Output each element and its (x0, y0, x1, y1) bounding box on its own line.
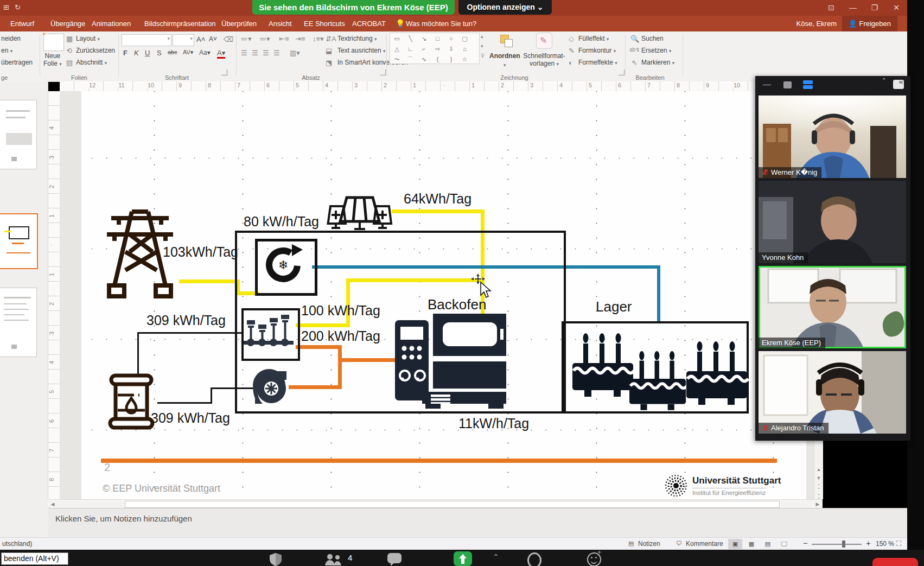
arrange-button[interactable]: Anordnen (489, 52, 520, 60)
horizontal-scrollbar[interactable]: ◀ ▶ (48, 499, 823, 508)
video-tile-ekrem[interactable]: Ekrem Köse (EEP) (759, 266, 906, 348)
blower-icon[interactable] (253, 369, 286, 404)
bold-button[interactable]: F (123, 49, 128, 57)
footer-accent-line[interactable] (101, 459, 777, 463)
scroll-right-icon[interactable]: ▶ (814, 500, 821, 508)
italic-button[interactable]: K (134, 49, 139, 57)
oven-icon[interactable] (395, 314, 506, 409)
panel-gallery-view-icon[interactable] (803, 80, 813, 89)
text-shadow-button[interactable]: S (157, 49, 162, 57)
restore-button[interactable]: ❐ (864, 0, 885, 16)
bullets-icon[interactable]: ≔▾ (241, 35, 252, 43)
slide[interactable]: 103kWh/Tag 80 kW/h/Tag 64kWh/Tag 100 kWh… (81, 91, 806, 499)
shape-triangle-icon[interactable]: △ (390, 44, 404, 54)
slide-sorter-view-button[interactable]: ▦ (744, 539, 759, 549)
notes-placeholder[interactable]: Klicken Sie, um Notizen hinzuzufügen (55, 514, 907, 523)
text-direction-button[interactable]: Textrichtung ▾ (337, 35, 377, 42)
shape-arc-icon[interactable]: ⌒ (404, 55, 417, 64)
shape-elbow-arrow-icon[interactable]: ⌐ (417, 44, 431, 54)
shape-pentagon-icon[interactable]: ⌂ (458, 44, 471, 54)
shape-brace-right-icon[interactable]: } (444, 55, 458, 64)
slide-thumbnail-3[interactable] (0, 288, 37, 357)
tab-ee-shortcuts[interactable]: EE Shortcuts (304, 16, 345, 31)
tab-animationen[interactable]: Animationen (92, 16, 131, 31)
tab-acrobat[interactable]: ACROBAT (352, 16, 386, 31)
reset-button[interactable]: Zurücksetzen (76, 47, 115, 54)
reactions-smiley-icon[interactable]: + (587, 552, 601, 566)
notes-pane[interactable]: Klicken Sie, um Notizen hinzuzufügen (48, 508, 907, 538)
close-button[interactable]: ✕ (885, 0, 907, 16)
shape-brace-left-icon[interactable]: { (431, 55, 444, 64)
copy-button[interactable]: en ▾ (1, 47, 12, 54)
shape-outline-button[interactable]: Formkontur ▾ (578, 47, 616, 54)
next-slide-button[interactable]: ⌄⌄ (815, 492, 823, 499)
shape-oval-icon[interactable]: ○ (444, 34, 458, 43)
participants-icon[interactable] (324, 554, 344, 565)
find-button[interactable]: Suchen (641, 35, 664, 42)
tab-uebergaenge[interactable]: Übergänge (50, 16, 85, 31)
normal-view-button[interactable]: ▣ (728, 539, 742, 549)
change-case-button[interactable]: Aa▾ (199, 49, 211, 56)
grow-font-button[interactable]: A˄ (196, 35, 205, 43)
shape-right-arrow-icon[interactable]: ⇨ (431, 44, 444, 54)
notes-toggle[interactable]: Notizen (638, 540, 660, 548)
solar-panel-icon[interactable] (328, 198, 392, 229)
shape-line-icon[interactable]: ╲ (404, 34, 417, 43)
chp-pistons-icon[interactable] (244, 315, 294, 346)
shape-curve-icon[interactable]: ∿ (417, 55, 431, 64)
slide-thumbnail-1[interactable] (0, 100, 37, 169)
speaker-view-icon[interactable] (893, 80, 904, 89)
oil-barrel-icon[interactable] (110, 376, 152, 428)
character-spacing-button[interactable]: AV▾ (183, 49, 193, 56)
gallery-up-icon[interactable]: ▴ (481, 34, 483, 39)
shape-textbox-icon[interactable]: ▭ (390, 34, 404, 43)
scroll-left-icon[interactable]: ◀ (49, 500, 56, 508)
gallery-more-icon[interactable]: ⊽ (481, 53, 485, 59)
shape-elbow-icon[interactable]: ∟ (404, 44, 417, 54)
gallery-down-icon[interactable]: ▾ (481, 43, 483, 49)
share-options-caret-icon[interactable]: ⌃ (493, 552, 499, 561)
zoom-level[interactable]: 150 % (876, 540, 894, 548)
tell-me-box[interactable]: Was möchten Sie tun? (406, 16, 476, 31)
cakes-icon[interactable] (572, 333, 748, 410)
slideshow-button[interactable]: 🖵 (777, 539, 791, 549)
shape-scribble-icon[interactable]: 〜 (390, 55, 404, 64)
layout-button[interactable]: Layout ▾ (76, 35, 100, 42)
power-pylon-icon[interactable] (107, 212, 173, 296)
scroll-down-icon[interactable]: ▼ (815, 474, 823, 482)
shape-down-arrow-icon[interactable]: ⇩ (444, 44, 458, 54)
clear-formatting-icon[interactable]: ⌫ (224, 35, 233, 43)
slide-thumbnail-2-selected[interactable] (0, 213, 38, 269)
align-text-button[interactable]: Text ausrichten ▾ (337, 47, 386, 54)
ribbon-display-options-icon[interactable]: ⊡ (820, 0, 842, 16)
zoom-out-button[interactable]: − (803, 538, 808, 548)
slide-footer[interactable]: © EEP Universität Stuttgart (103, 483, 220, 494)
reading-view-button[interactable]: ▤ (761, 539, 775, 549)
comments-toggle[interactable]: Kommentare (686, 540, 723, 548)
shrink-font-button[interactable]: A˅ (209, 35, 217, 43)
tab-ueberpruefen[interactable]: Überprüfen (221, 16, 257, 31)
font-name-combobox[interactable] (122, 34, 171, 46)
font-color-button[interactable]: A▾ (217, 49, 225, 59)
cut-button[interactable]: neiden (1, 35, 21, 42)
justify-icon[interactable]: ☰ (273, 49, 280, 57)
shape-star-icon[interactable]: ☆ (458, 55, 471, 64)
new-slide-button[interactable]: NeueFolie ▾ (43, 52, 62, 67)
language-indicator[interactable]: utschland) (2, 540, 32, 548)
page-number[interactable]: 2 (104, 461, 110, 474)
align-left-icon[interactable]: ☰ (241, 49, 247, 57)
shape-fill-button[interactable]: Fülleffekt ▾ (578, 35, 609, 42)
fit-to-window-icon[interactable]: ⛶ (896, 539, 901, 548)
underline-button[interactable]: U (145, 49, 150, 57)
share-button[interactable]: 👤 Freigeben (842, 16, 897, 31)
video-tile-werner[interactable]: Werner K�nig (759, 96, 906, 178)
panel-single-view-icon[interactable] (783, 81, 792, 88)
font-size-combobox[interactable] (173, 34, 194, 46)
format-painter-button[interactable]: übertragen (1, 59, 33, 66)
decrease-indent-icon[interactable]: ⇤≡ (279, 35, 289, 43)
share-screen-button[interactable] (454, 551, 472, 566)
record-icon[interactable] (527, 552, 541, 566)
zoom-slider-track[interactable] (812, 544, 862, 545)
increase-indent-icon[interactable]: ⇥≡ (295, 35, 305, 43)
select-button[interactable]: Markieren ▾ (641, 59, 674, 66)
